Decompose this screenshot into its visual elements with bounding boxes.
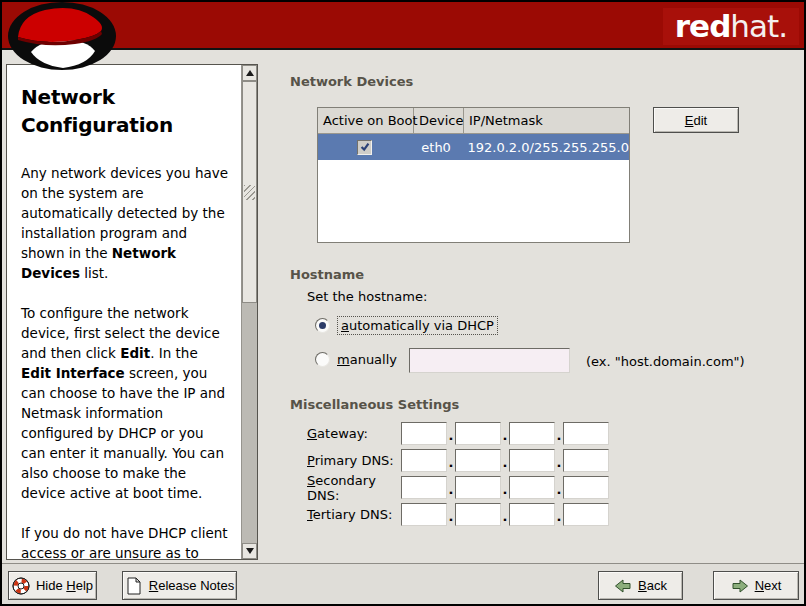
redhat-banner: redhat. — [2, 2, 804, 50]
network-devices-section-label: Network Devices — [290, 74, 413, 89]
help-panel: Network Configuration Any network device… — [6, 64, 258, 560]
octet-dot: . — [555, 454, 563, 472]
primary-dns-mnemonic: P — [307, 453, 315, 468]
scrollbar-down-button[interactable] — [242, 543, 257, 559]
release-notes-mnemonic: R — [149, 578, 158, 593]
manual-radio-label[interactable]: manually — [337, 352, 397, 367]
help-paragraph-1: Any network devices you have on the syst… — [21, 163, 231, 283]
up-arrow-icon — [246, 70, 254, 76]
help-text-area: Network Configuration Any network device… — [7, 65, 241, 559]
tertiary-dns-octet-1[interactable] — [401, 503, 447, 526]
tertiary-dns-octet-2[interactable] — [455, 503, 501, 526]
octet-dot: . — [501, 454, 509, 472]
octet-dot: . — [555, 481, 563, 499]
help-p2-bold-edit: Edit — [120, 345, 150, 361]
redhat-shadowman-logo-icon — [7, 2, 117, 71]
column-header-device: Device — [414, 108, 464, 133]
secondary-dns-label-rest: econdary DNS: — [307, 473, 376, 503]
edit-button[interactable]: Edit — [653, 107, 739, 133]
octet-dot: . — [501, 481, 509, 499]
footer-bar: Hide Help Release Notes Back Next — [2, 563, 804, 604]
wordmark-bold-text: red — [675, 8, 731, 45]
auto-dhcp-radio-label[interactable]: automatically via DHCP — [337, 316, 498, 335]
table-row-eth0[interactable]: eth0 192.0.2.0/255.255.255.0 — [318, 134, 629, 160]
primary-dns-octet-2[interactable] — [455, 449, 501, 472]
scrollbar-thumb[interactable] — [242, 81, 257, 303]
secondary-dns-octet-3[interactable] — [509, 476, 555, 499]
tertiary-dns-label-rest: ertiary DNS: — [313, 507, 393, 522]
next-mnemonic: N — [755, 578, 764, 593]
next-rest: ext — [764, 578, 781, 593]
octet-dot: . — [447, 454, 455, 472]
secondary-dns-octet-1[interactable] — [401, 476, 447, 499]
manual-hostname-input[interactable] — [409, 348, 570, 373]
auto-label-rest: utomatically via DHCP — [349, 318, 494, 333]
help-paragraph-3: If you do not have DHCP client access or… — [21, 523, 231, 559]
tertiary-dns-octet-3[interactable] — [509, 503, 555, 526]
gateway-octet-3[interactable] — [509, 422, 555, 445]
scrollbar-grip-icon — [244, 185, 255, 200]
help-p2-bold-edit-interface: Edit Interface — [21, 365, 125, 381]
ip-netmask-cell: 192.0.2.0/255.255.255.0 — [460, 140, 629, 155]
life-preserver-icon — [12, 577, 30, 595]
release-notes-button[interactable]: Release Notes — [122, 571, 237, 600]
octet-dot: . — [501, 427, 509, 445]
help-p1-text-end: list. — [80, 265, 108, 281]
release-notes-label: Release Notes — [149, 578, 234, 593]
help-paragraph-2: To configure the network device, first s… — [21, 303, 231, 503]
octet-dot: . — [447, 481, 455, 499]
auto-dhcp-radio[interactable] — [315, 318, 330, 333]
octet-dot: . — [447, 508, 455, 526]
primary-dns-octet-4[interactable] — [563, 449, 609, 472]
hide-help-rest: elp — [76, 578, 93, 593]
auto-mnemonic: a — [341, 318, 349, 333]
next-arrow-icon — [731, 577, 749, 595]
manual-label-rest: anually — [350, 352, 397, 367]
manual-mnemonic: m — [337, 352, 350, 367]
octet-dot: . — [555, 508, 563, 526]
next-label: Next — [755, 578, 782, 593]
column-header-active-on-boot: Active on Boot — [318, 108, 414, 133]
back-rest: ack — [647, 578, 667, 593]
column-header-ip-netmask: IP/Netmask — [464, 108, 629, 133]
misc-settings-grid: Gateway: ... Primary DNS: ... Secondary … — [307, 422, 609, 530]
gateway-row: Gateway: ... — [307, 422, 609, 445]
misc-settings-section-label: Miscellaneous Settings — [290, 397, 459, 412]
scrollbar-up-button[interactable] — [242, 65, 257, 81]
hostname-section-label: Hostname — [290, 267, 364, 282]
edit-label-rest: dit — [693, 113, 707, 128]
help-title: Network Configuration — [21, 83, 231, 139]
hide-help-pre: Hide — [36, 578, 66, 593]
network-devices-table[interactable]: Active on Boot Device IP/Netmask eth0 19… — [317, 107, 630, 243]
primary-dns-row: Primary DNS: ... — [307, 449, 609, 472]
active-on-boot-cell — [318, 140, 412, 155]
hide-help-button[interactable]: Hide Help — [8, 571, 97, 600]
octet-dot: . — [555, 427, 563, 445]
primary-dns-octet-1[interactable] — [401, 449, 447, 472]
secondary-dns-label: Secondary DNS: — [307, 473, 401, 503]
manual-radio-row[interactable]: manually — [315, 352, 397, 367]
secondary-dns-octet-4[interactable] — [563, 476, 609, 499]
auto-dhcp-radio-row[interactable]: automatically via DHCP — [315, 316, 498, 335]
next-button[interactable]: Next — [713, 571, 799, 600]
back-button[interactable]: Back — [598, 571, 683, 600]
edit-button-label: Edit — [685, 113, 707, 128]
hide-help-label: Hide Help — [36, 578, 93, 593]
manual-radio[interactable] — [315, 352, 330, 367]
checkmark-icon — [359, 141, 371, 153]
primary-dns-label: Primary DNS: — [307, 453, 401, 468]
tertiary-dns-row: Tertiary DNS: ... — [307, 503, 609, 526]
secondary-dns-octet-2[interactable] — [455, 476, 501, 499]
help-scrollbar[interactable] — [241, 65, 257, 559]
redhat-wordmark: redhat. — [663, 8, 799, 45]
gateway-octet-4[interactable] — [563, 422, 609, 445]
primary-dns-octet-3[interactable] — [509, 449, 555, 472]
tertiary-dns-octet-4[interactable] — [563, 503, 609, 526]
active-on-boot-checkbox[interactable] — [357, 140, 372, 155]
gateway-octet-1[interactable] — [401, 422, 447, 445]
back-label: Back — [638, 578, 667, 593]
device-cell: eth0 — [412, 140, 461, 155]
gateway-octet-2[interactable] — [455, 422, 501, 445]
hide-help-mnemonic: H — [66, 578, 75, 593]
back-mnemonic: B — [638, 578, 647, 593]
